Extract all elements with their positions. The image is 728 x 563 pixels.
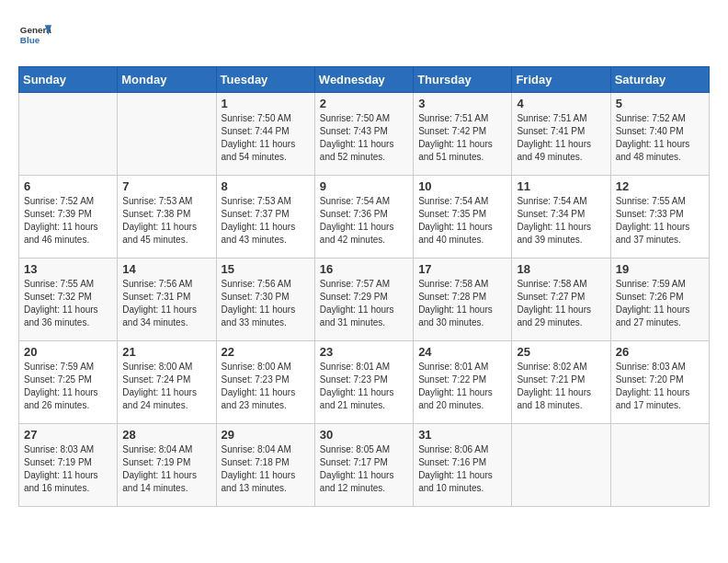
day-number: 4 [517, 97, 605, 110]
day-number: 11 [517, 179, 605, 193]
calendar-week-4: 27Sunrise: 8:03 AM Sunset: 7:19 PM Dayli… [19, 424, 710, 507]
calendar-week-1: 6Sunrise: 7:52 AM Sunset: 7:39 PM Daylig… [19, 176, 710, 259]
header-thursday: Thursday [414, 67, 512, 93]
day-number: 20 [24, 345, 112, 359]
day-info: Sunrise: 7:58 AM Sunset: 7:28 PM Dayligh… [418, 278, 506, 329]
day-info: Sunrise: 8:01 AM Sunset: 7:23 PM Dayligh… [320, 361, 408, 412]
calendar-cell [610, 424, 709, 507]
day-info: Sunrise: 8:00 AM Sunset: 7:23 PM Dayligh… [222, 361, 310, 412]
day-info: Sunrise: 7:55 AM Sunset: 7:32 PM Dayligh… [24, 278, 112, 329]
day-info: Sunrise: 8:01 AM Sunset: 7:22 PM Dayligh… [418, 361, 506, 412]
calendar-cell: 5Sunrise: 7:52 AM Sunset: 7:40 PM Daylig… [610, 93, 709, 176]
calendar-cell: 19Sunrise: 7:59 AM Sunset: 7:26 PM Dayli… [610, 259, 709, 341]
day-info: Sunrise: 7:50 AM Sunset: 7:44 PM Dayligh… [222, 112, 310, 164]
day-info: Sunrise: 7:51 AM Sunset: 7:42 PM Dayligh… [418, 112, 506, 164]
day-info: Sunrise: 8:03 AM Sunset: 7:20 PM Dayligh… [616, 361, 704, 412]
day-info: Sunrise: 7:58 AM Sunset: 7:27 PM Dayligh… [517, 278, 605, 329]
day-number: 22 [222, 345, 310, 359]
calendar-week-3: 20Sunrise: 7:59 AM Sunset: 7:25 PM Dayli… [19, 341, 710, 424]
day-number: 6 [24, 179, 112, 193]
calendar-cell: 6Sunrise: 7:52 AM Sunset: 7:39 PM Daylig… [19, 176, 118, 259]
day-number: 10 [418, 179, 506, 193]
calendar-cell: 1Sunrise: 7:50 AM Sunset: 7:44 PM Daylig… [216, 93, 314, 176]
day-number: 27 [24, 428, 112, 442]
calendar-cell [118, 93, 216, 176]
calendar-cell: 22Sunrise: 8:00 AM Sunset: 7:23 PM Dayli… [216, 341, 314, 424]
day-number: 29 [222, 428, 310, 442]
day-number: 12 [616, 179, 704, 193]
calendar-cell: 28Sunrise: 8:04 AM Sunset: 7:19 PM Dayli… [118, 424, 216, 507]
day-number: 25 [517, 345, 605, 359]
day-number: 15 [222, 262, 310, 276]
svg-text:Blue: Blue [20, 35, 40, 45]
day-info: Sunrise: 7:53 AM Sunset: 7:38 PM Dayligh… [122, 195, 210, 247]
calendar-cell: 27Sunrise: 8:03 AM Sunset: 7:19 PM Dayli… [19, 424, 118, 507]
day-number: 28 [122, 428, 210, 442]
calendar-cell [512, 424, 610, 507]
calendar-table: SundayMondayTuesdayWednesdayThursdayFrid… [18, 66, 710, 507]
calendar-week-0: 1Sunrise: 7:50 AM Sunset: 7:44 PM Daylig… [19, 93, 710, 176]
calendar-cell: 13Sunrise: 7:55 AM Sunset: 7:32 PM Dayli… [19, 259, 118, 341]
day-number: 23 [320, 345, 408, 359]
calendar-body: 1Sunrise: 7:50 AM Sunset: 7:44 PM Daylig… [19, 93, 710, 507]
calendar-cell: 8Sunrise: 7:53 AM Sunset: 7:37 PM Daylig… [216, 176, 314, 259]
day-info: Sunrise: 7:59 AM Sunset: 7:25 PM Dayligh… [24, 361, 112, 412]
calendar-cell: 7Sunrise: 7:53 AM Sunset: 7:38 PM Daylig… [118, 176, 216, 259]
day-number: 13 [24, 262, 112, 276]
day-number: 21 [122, 345, 210, 359]
calendar-cell: 3Sunrise: 7:51 AM Sunset: 7:42 PM Daylig… [414, 93, 512, 176]
calendar-cell: 10Sunrise: 7:54 AM Sunset: 7:35 PM Dayli… [414, 176, 512, 259]
calendar-cell: 30Sunrise: 8:05 AM Sunset: 7:17 PM Dayli… [314, 424, 413, 507]
day-info: Sunrise: 8:04 AM Sunset: 7:19 PM Dayligh… [122, 443, 210, 495]
logo: General Blue [18, 18, 51, 52]
day-info: Sunrise: 7:52 AM Sunset: 7:40 PM Dayligh… [616, 112, 704, 164]
logo-icon: General Blue [18, 18, 51, 52]
day-info: Sunrise: 8:00 AM Sunset: 7:24 PM Dayligh… [122, 361, 210, 412]
calendar-cell: 23Sunrise: 8:01 AM Sunset: 7:23 PM Dayli… [314, 341, 413, 424]
calendar-cell: 2Sunrise: 7:50 AM Sunset: 7:43 PM Daylig… [314, 93, 413, 176]
header-monday: Monday [118, 67, 216, 93]
calendar-cell [19, 93, 118, 176]
day-number: 9 [320, 179, 408, 193]
calendar-cell: 25Sunrise: 8:02 AM Sunset: 7:21 PM Dayli… [512, 341, 610, 424]
day-number: 16 [320, 262, 408, 276]
day-number: 17 [418, 262, 506, 276]
header-wednesday: Wednesday [314, 67, 413, 93]
day-info: Sunrise: 8:04 AM Sunset: 7:18 PM Dayligh… [222, 443, 310, 495]
calendar-header-row: SundayMondayTuesdayWednesdayThursdayFrid… [19, 67, 710, 93]
day-info: Sunrise: 7:56 AM Sunset: 7:30 PM Dayligh… [222, 278, 310, 329]
calendar-cell: 15Sunrise: 7:56 AM Sunset: 7:30 PM Dayli… [216, 259, 314, 341]
day-number: 31 [418, 428, 506, 442]
day-info: Sunrise: 7:59 AM Sunset: 7:26 PM Dayligh… [616, 278, 704, 329]
calendar-cell: 21Sunrise: 8:00 AM Sunset: 7:24 PM Dayli… [118, 341, 216, 424]
day-number: 30 [320, 428, 408, 442]
day-info: Sunrise: 7:51 AM Sunset: 7:41 PM Dayligh… [517, 112, 605, 164]
calendar-cell: 31Sunrise: 8:06 AM Sunset: 7:16 PM Dayli… [414, 424, 512, 507]
header-friday: Friday [512, 67, 610, 93]
day-info: Sunrise: 8:06 AM Sunset: 7:16 PM Dayligh… [418, 443, 506, 495]
day-number: 18 [517, 262, 605, 276]
calendar-cell: 17Sunrise: 7:58 AM Sunset: 7:28 PM Dayli… [414, 259, 512, 341]
day-number: 7 [122, 179, 210, 193]
calendar-cell: 26Sunrise: 8:03 AM Sunset: 7:20 PM Dayli… [610, 341, 709, 424]
day-number: 14 [122, 262, 210, 276]
day-info: Sunrise: 8:02 AM Sunset: 7:21 PM Dayligh… [517, 361, 605, 412]
day-number: 5 [616, 97, 704, 110]
page-header: General Blue [18, 18, 710, 52]
day-number: 26 [616, 345, 704, 359]
calendar-cell: 11Sunrise: 7:54 AM Sunset: 7:34 PM Dayli… [512, 176, 610, 259]
day-number: 24 [418, 345, 506, 359]
calendar-cell: 16Sunrise: 7:57 AM Sunset: 7:29 PM Dayli… [314, 259, 413, 341]
calendar-cell: 18Sunrise: 7:58 AM Sunset: 7:27 PM Dayli… [512, 259, 610, 341]
header-tuesday: Tuesday [216, 67, 314, 93]
day-number: 3 [418, 97, 506, 110]
header-sunday: Sunday [19, 67, 118, 93]
day-number: 19 [616, 262, 704, 276]
calendar-cell: 29Sunrise: 8:04 AM Sunset: 7:18 PM Dayli… [216, 424, 314, 507]
calendar-cell: 4Sunrise: 7:51 AM Sunset: 7:41 PM Daylig… [512, 93, 610, 176]
day-info: Sunrise: 7:52 AM Sunset: 7:39 PM Dayligh… [24, 195, 112, 247]
day-number: 8 [222, 179, 310, 193]
day-number: 2 [320, 97, 408, 110]
day-info: Sunrise: 7:55 AM Sunset: 7:33 PM Dayligh… [616, 195, 704, 247]
day-info: Sunrise: 7:54 AM Sunset: 7:36 PM Dayligh… [320, 195, 408, 247]
